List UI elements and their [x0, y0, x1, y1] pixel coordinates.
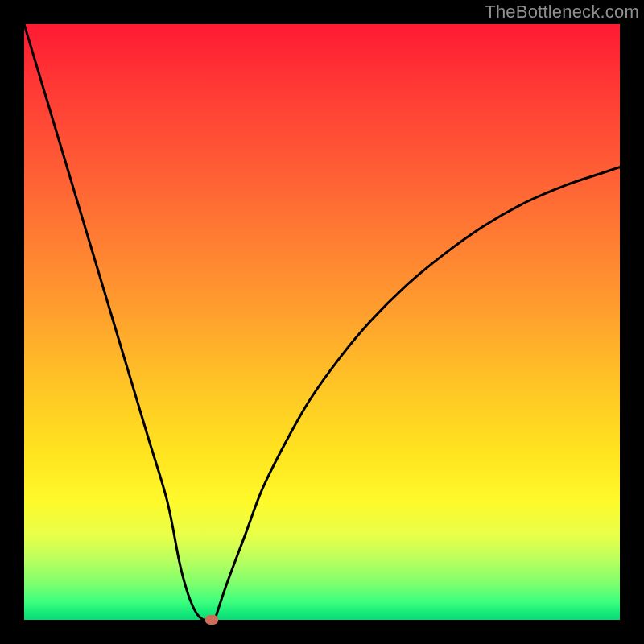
watermark-text: TheBottleneck.com — [485, 2, 639, 23]
minimum-marker — [205, 615, 218, 625]
plot-area — [24, 24, 620, 620]
curve-path — [24, 24, 620, 620]
bottleneck-curve — [24, 24, 620, 620]
chart-frame: TheBottleneck.com — [0, 0, 644, 644]
